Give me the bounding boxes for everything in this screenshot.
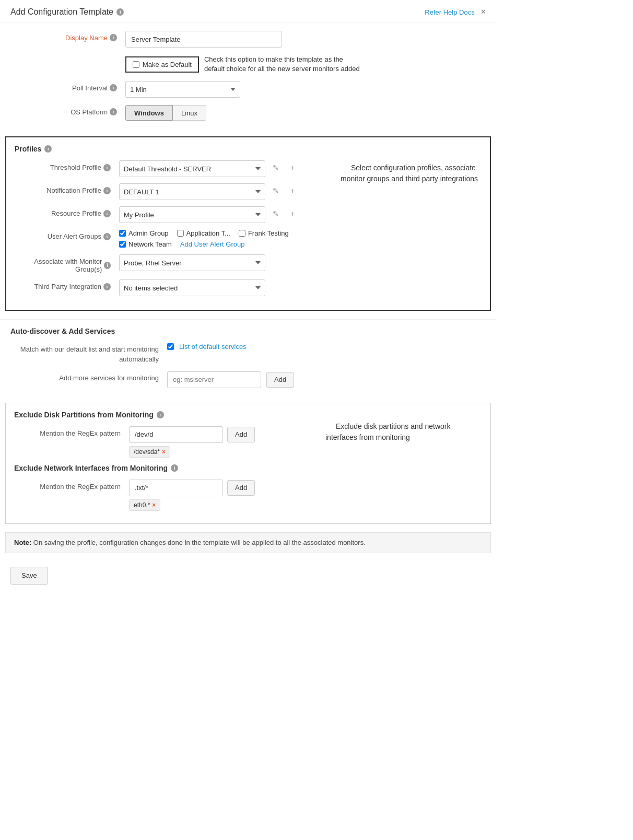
page-title-info-icon: i	[116, 8, 124, 16]
make-default-control: Make as Default Check this option to mak…	[125, 55, 486, 74]
poll-interval-control: 1 Min 5 Min 10 Min 15 Min 30 Min	[125, 81, 486, 98]
network-tag-value: eth0.*	[134, 501, 150, 509]
profiles-fields: Threshold Profile i Default Threshold - …	[15, 160, 335, 302]
admin-group-checkbox-label[interactable]: Admin Group	[119, 229, 169, 237]
disk-regex-add-button[interactable]: Add	[227, 427, 255, 442]
disk-regex-control: Add /dev/sda* ×	[129, 426, 325, 458]
profiles-section-title: Profiles i	[15, 145, 482, 153]
os-platform-row: OS Platform i Windows Linux	[10, 105, 486, 121]
add-services-input[interactable]	[167, 371, 261, 388]
threshold-add-button[interactable]: +	[286, 160, 299, 175]
notification-profile-row: Notification Profile i DEFAULT 1 ✎ +	[15, 183, 335, 200]
monitor-group-info-icon: i	[104, 262, 111, 269]
third-party-row: Third Party Integration i No items selec…	[15, 279, 335, 296]
third-party-select[interactable]: No items selected	[119, 279, 265, 296]
os-windows-button[interactable]: Windows	[125, 105, 173, 121]
notification-profile-select[interactable]: DEFAULT 1	[119, 183, 265, 200]
threshold-profile-row: Threshold Profile i Default Threshold - …	[15, 160, 335, 177]
third-party-label: Third Party Integration i	[15, 279, 119, 290]
admin-group-label: Admin Group	[128, 229, 169, 237]
monitor-group-select[interactable]: Probe, Rhel Server	[119, 254, 265, 271]
disk-tags: /dev/sda* ×	[129, 446, 170, 458]
network-tags: eth0.* ×	[129, 499, 160, 511]
display-name-row: Display Name i	[10, 31, 486, 48]
threshold-profile-label: Threshold Profile i	[15, 160, 119, 171]
disk-tag-value: /dev/sda*	[134, 448, 160, 456]
page-header-right: Refer Help Docs ×	[425, 7, 486, 17]
exclude-disk-info-icon: i	[157, 411, 164, 418]
profiles-info-icon: i	[44, 145, 52, 153]
third-party-control: No items selected	[119, 279, 335, 296]
make-default-checkbox[interactable]	[133, 61, 139, 68]
network-regex-control: Add eth0.* ×	[129, 480, 325, 511]
add-services-control: Add	[167, 371, 486, 388]
main-form: Display Name i Make as Default Check thi…	[0, 22, 496, 136]
add-services-label: Add more services for monitoring	[10, 371, 167, 383]
list-default-services-link[interactable]: List of default services	[179, 343, 247, 351]
resource-profile-control: My Profile ✎ +	[119, 206, 335, 223]
resource-add-button[interactable]: +	[286, 206, 299, 221]
notification-profile-control: DEFAULT 1 ✎ +	[119, 183, 335, 200]
auto-discover-title: Auto-discover & Add Services	[10, 327, 486, 335]
network-regex-add-button[interactable]: Add	[227, 480, 255, 496]
application-t-checkbox[interactable]	[177, 230, 184, 237]
network-team-label: Network Team	[128, 240, 172, 248]
monitor-group-label: Associate with Monitor Group(s) i	[15, 254, 119, 273]
alert-groups-row-1: Admin Group Application T... Frank Testi…	[119, 229, 289, 237]
display-name-label: Display Name i	[10, 31, 125, 42]
make-default-checkbox-label[interactable]: Make as Default	[125, 56, 199, 73]
network-regex-input[interactable]	[129, 480, 223, 496]
exclude-main: Exclude Disk Partitions from Monitoring …	[14, 411, 325, 516]
network-team-checkbox[interactable]	[119, 241, 126, 248]
notification-add-button[interactable]: +	[286, 183, 299, 198]
frank-testing-checkbox[interactable]	[239, 230, 245, 237]
threshold-profile-select[interactable]: Default Threshold - SERVER	[119, 160, 265, 177]
display-name-input[interactable]	[125, 31, 282, 48]
admin-group-checkbox[interactable]	[119, 230, 126, 237]
resource-profile-select[interactable]: My Profile	[119, 206, 265, 223]
notification-edit-button[interactable]: ✎	[269, 183, 282, 198]
exclude-disk-title: Exclude Disk Partitions from Monitoring …	[14, 411, 325, 419]
application-t-label: Application T...	[186, 229, 230, 237]
auto-discover-section: Auto-discover & Add Services Match with …	[0, 319, 496, 402]
add-user-alert-group-link[interactable]: Add User Alert Group	[180, 240, 245, 248]
alert-groups-wrap: Admin Group Application T... Frank Testi…	[119, 229, 289, 248]
alert-groups-info-icon: i	[103, 233, 111, 240]
save-button[interactable]: Save	[10, 567, 48, 585]
disk-tag-remove[interactable]: ×	[162, 448, 166, 456]
resource-info-icon: i	[103, 210, 111, 217]
profiles-hint-text: Select configuration profiles, associate…	[341, 164, 478, 183]
auto-match-checkbox[interactable]	[167, 343, 174, 350]
alert-groups-row-2: Network Team Add User Alert Group	[119, 240, 289, 248]
os-platform-control: Windows Linux	[125, 105, 486, 121]
notification-profile-label: Notification Profile i	[15, 183, 119, 194]
refer-help-link[interactable]: Refer Help Docs	[425, 8, 474, 16]
os-platform-info-icon: i	[110, 108, 117, 115]
page-title-text: Add Configuration Template	[10, 7, 113, 17]
note-bar: Note: On saving the profile, configurati…	[5, 532, 491, 553]
note-prefix: Note:	[14, 539, 31, 546]
poll-interval-info-icon: i	[110, 84, 117, 91]
user-alert-groups-row: User Alert Groups i Admin Group Appli	[15, 229, 335, 248]
os-linux-button[interactable]: Linux	[173, 105, 206, 121]
network-tag-remove[interactable]: ×	[152, 501, 156, 509]
exclude-split: Exclude Disk Partitions from Monitoring …	[14, 411, 482, 516]
poll-interval-select[interactable]: 1 Min 5 Min 10 Min 15 Min 30 Min	[125, 81, 240, 98]
os-btn-group: Windows Linux	[125, 105, 206, 121]
disk-regex-input[interactable]	[129, 426, 223, 443]
user-alert-groups-label: User Alert Groups i	[15, 229, 119, 240]
frank-testing-checkbox-label[interactable]: Frank Testing	[239, 229, 289, 237]
resource-edit-button[interactable]: ✎	[269, 206, 282, 221]
third-party-info-icon: i	[103, 283, 111, 290]
frank-testing-label: Frank Testing	[248, 229, 289, 237]
network-team-checkbox-label[interactable]: Network Team	[119, 240, 172, 248]
profiles-content: Threshold Profile i Default Threshold - …	[15, 160, 482, 302]
exclude-network-title: Exclude Network Interfaces from Monitori…	[14, 464, 325, 472]
application-t-checkbox-label[interactable]: Application T...	[177, 229, 230, 237]
add-services-button[interactable]: Add	[266, 372, 294, 388]
close-button[interactable]: ×	[481, 7, 486, 17]
resource-profile-label: Resource Profile i	[15, 206, 119, 217]
disk-tag-sda: /dev/sda* ×	[129, 446, 170, 458]
os-platform-label: OS Platform i	[10, 105, 125, 116]
threshold-edit-button[interactable]: ✎	[269, 160, 282, 175]
